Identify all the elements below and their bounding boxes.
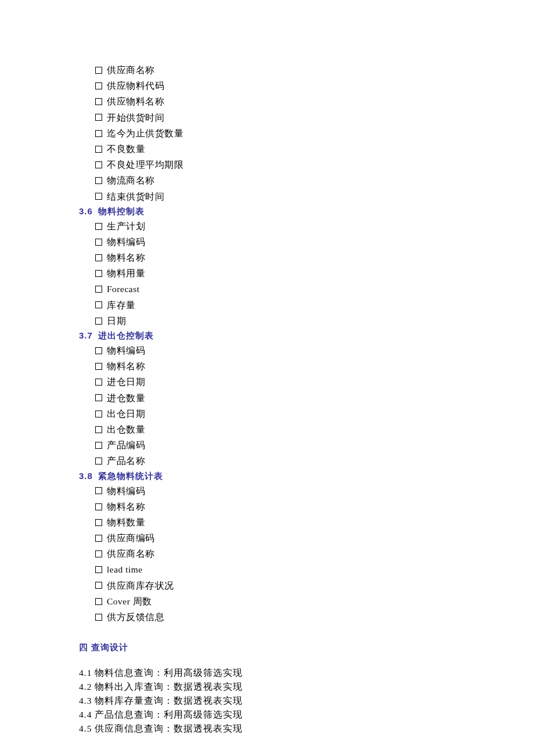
list-item-label: 开始供货时间 (107, 111, 164, 124)
list-item-label: 物料用量 (107, 267, 145, 280)
list-item: 进仓日期 (95, 376, 534, 388)
section-3-5-list: 供应商名称供应物料代码供应物料名称开始供货时间迄今为止供货数量不良数量不良处理平… (87, 64, 534, 203)
list-item: 供应商库存状况 (95, 579, 534, 592)
heading-4: 四 查询设计 (79, 642, 534, 653)
list-item-label: 出仓数量 (107, 423, 145, 436)
list-item-label: 产品编码 (107, 439, 145, 452)
list-item-label: 供方反馈信息 (107, 611, 164, 624)
section-3-7-list: 物料编码物料名称进仓日期进仓数量出仓日期出仓数量产品编码产品名称 (87, 344, 534, 467)
list-item-label: 库存量 (107, 299, 136, 312)
list-item-label: 供应商库存状况 (107, 579, 174, 592)
checkbox-icon (95, 82, 102, 89)
list-item-label: 产品名称 (107, 455, 145, 467)
list-item: 日期 (95, 315, 534, 327)
checkbox-icon (95, 301, 102, 308)
list-item: 迄今为止供货数量 (95, 127, 534, 140)
list-item-label: lead time (107, 563, 143, 576)
list-item-label: 日期 (107, 315, 126, 327)
heading-title: 紧急物料统计表 (98, 471, 163, 481)
heading-num: 3.8 (79, 471, 93, 481)
section-3-6-list: 生产计划物料编码物料名称物料用量Forecast库存量日期 (87, 220, 534, 327)
list-item: 产品名称 (95, 455, 534, 467)
list-item: 进仓数量 (95, 392, 534, 405)
checkbox-icon (95, 411, 102, 417)
checkbox-icon (95, 598, 102, 605)
list-item-label: 物料名称 (107, 251, 145, 264)
list-item: 物料名称 (95, 251, 534, 264)
section-4-list: 4.1 物料信息查询：利用高级筛选实现4.2 物料出入库查询：数据透视表实现4.… (87, 666, 534, 736)
list-item-label: 不良数量 (107, 143, 145, 156)
list-item: 物料用量 (95, 267, 534, 280)
checkbox-icon (95, 130, 102, 137)
list-item-label: 不良处理平均期限 (107, 159, 183, 171)
list-item: 供应商名称 (95, 64, 534, 77)
section-3-8-list: 物料编码物料名称物料数量供应商编码供应商名称lead time供应商库存状况Co… (87, 485, 534, 624)
list-item: 结束供货时间 (95, 190, 534, 203)
heading-3-8: 3.8 紧急物料统计表 (79, 471, 534, 482)
list-item: 开始供货时间 (95, 111, 534, 124)
checkbox-icon (95, 270, 102, 277)
list-item-label: 物料编码 (107, 236, 145, 249)
query-line: 4.1 物料信息查询：利用高级筛选实现 (79, 666, 534, 680)
list-item-label: 供应物料代码 (107, 80, 164, 92)
checkbox-icon (95, 146, 102, 153)
checkbox-icon (95, 223, 102, 230)
list-item: 物料编码 (95, 236, 534, 249)
checkbox-icon (95, 503, 102, 510)
heading-title: 物料控制表 (98, 206, 145, 216)
list-item-label: 供应商编码 (107, 532, 155, 545)
checkbox-icon (95, 426, 102, 433)
list-item-label: 结束供货时间 (107, 190, 164, 203)
list-item: 供应物料代码 (95, 80, 534, 92)
checkbox-icon (95, 193, 102, 200)
query-line: 4.3 物料库存量查询：数据透视表实现 (79, 694, 534, 708)
checkbox-icon (95, 254, 102, 261)
heading-3-7: 3.7 进出仓控制表 (79, 330, 534, 341)
checkbox-icon (95, 614, 102, 621)
list-item: 物料编码 (95, 344, 534, 357)
checkbox-icon (95, 347, 102, 354)
heading-3-6: 3.6 物料控制表 (79, 206, 534, 217)
checkbox-icon (95, 550, 102, 557)
list-item-label: Cover 周数 (107, 595, 152, 608)
list-item: Cover 周数 (95, 595, 534, 608)
list-item-label: 供应物料名称 (107, 95, 164, 108)
heading-title: 进出仓控制表 (98, 330, 154, 340)
list-item-label: 迄今为止供货数量 (107, 127, 183, 140)
list-item-label: 进仓日期 (107, 376, 145, 388)
checkbox-icon (95, 239, 102, 246)
list-item: 产品编码 (95, 439, 534, 452)
query-line: 4.4 产品信息查询：利用高级筛选实现 (79, 708, 534, 722)
checkbox-icon (95, 394, 102, 401)
checkbox-icon (95, 318, 102, 325)
list-item: 供应物料名称 (95, 95, 534, 108)
list-item: 物料名称 (95, 360, 534, 373)
list-item: 物料名称 (95, 501, 534, 513)
checkbox-icon (95, 379, 102, 386)
list-item: 出仓日期 (95, 408, 534, 420)
list-item: 库存量 (95, 299, 534, 312)
list-item: 供方反馈信息 (95, 611, 534, 624)
heading-num: 3.6 (79, 206, 93, 216)
checkbox-icon (95, 582, 102, 589)
list-item-label: Forecast (107, 283, 140, 296)
query-line: 4.2 物料出入库查询：数据透视表实现 (79, 680, 534, 694)
list-item: 物流商名称 (95, 174, 534, 187)
list-item: 不良处理平均期限 (95, 159, 534, 171)
checkbox-icon (95, 442, 102, 449)
list-item: 供应商名称 (95, 548, 534, 560)
checkbox-icon (95, 363, 102, 370)
list-item-label: 供应商名称 (107, 64, 155, 77)
list-item: 不良数量 (95, 143, 534, 156)
list-item-label: 物料编码 (107, 344, 145, 357)
checkbox-icon (95, 98, 102, 105)
list-item: 供应商编码 (95, 532, 534, 545)
list-item-label: 物料数量 (107, 516, 145, 529)
list-item-label: 出仓日期 (107, 408, 145, 420)
list-item-label: 生产计划 (107, 220, 145, 233)
checkbox-icon (95, 458, 102, 465)
list-item-label: 物料名称 (107, 360, 145, 373)
list-item: Forecast (95, 283, 534, 296)
checkbox-icon (95, 161, 102, 168)
query-line: 4.5 供应商信息查询：数据透视表实现 (79, 722, 534, 736)
